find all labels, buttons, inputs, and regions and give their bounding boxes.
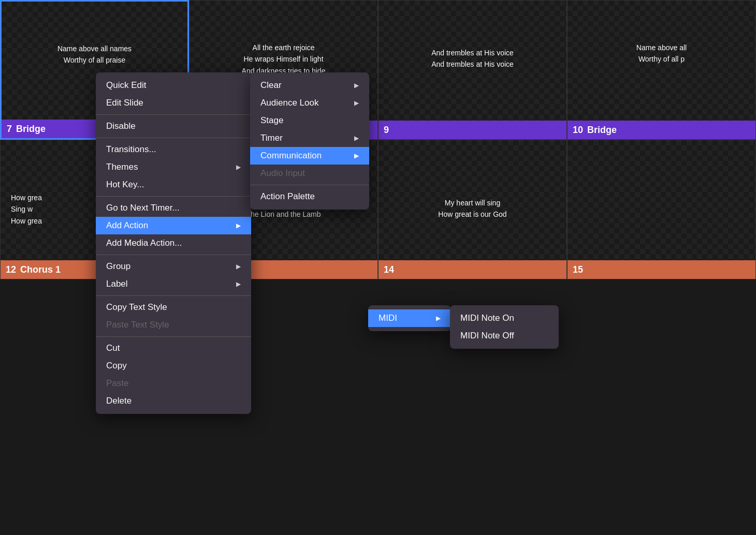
submenu-midi-note-off[interactable]: MIDI Note Off	[450, 327, 559, 345]
separator-1	[96, 114, 251, 115]
separator-3	[96, 196, 251, 197]
menu-copy[interactable]: Copy	[96, 357, 251, 375]
menu-delete[interactable]: Delete	[96, 392, 251, 410]
communication-arrow: ▶	[354, 152, 359, 159]
menu-quick-edit[interactable]: Quick Edit	[96, 77, 251, 94]
slide-14[interactable]: My heart will sing How great is our God …	[378, 140, 567, 279]
slide-10[interactable]: Name above all Worthy of all p 10 Bridge	[567, 0, 756, 140]
slide-9[interactable]: And trembles at His voice And trembles a…	[378, 0, 567, 140]
separator-4	[96, 255, 251, 255]
separator-5	[96, 295, 251, 296]
clear-arrow: ▶	[354, 82, 359, 89]
menu-group[interactable]: Group ▶	[96, 258, 251, 275]
submenu-timer[interactable]: Timer ▶	[250, 129, 369, 147]
menu-go-to-next-timer[interactable]: Go to Next Timer...	[96, 199, 251, 217]
submenu-midi: MIDI ▶	[368, 305, 451, 331]
menu-copy-text-style[interactable]: Copy Text Style	[96, 299, 251, 316]
context-menu: Quick Edit Edit Slide Disable Transition…	[96, 72, 251, 414]
menu-label[interactable]: Label ▶	[96, 275, 251, 293]
menu-add-media-action[interactable]: Add Media Action...	[96, 234, 251, 252]
menu-themes[interactable]: Themes ▶	[96, 158, 251, 176]
menu-paste-text-style[interactable]: Paste Text Style	[96, 316, 251, 334]
submenu-midi-item[interactable]: MIDI ▶	[368, 309, 451, 327]
submenu-communication[interactable]: Communication ▶	[250, 147, 369, 165]
menu-add-action[interactable]: Add Action ▶	[96, 217, 251, 234]
menu-paste[interactable]: Paste	[96, 375, 251, 392]
submenu-clear[interactable]: Clear ▶	[250, 77, 369, 94]
timer-arrow: ▶	[354, 135, 359, 142]
submenu-audio-input[interactable]: Audio Input	[250, 165, 369, 182]
slide-14-label: 14	[379, 260, 566, 279]
submenu-audience-look[interactable]: Audience Look ▶	[250, 94, 369, 112]
audience-look-arrow: ▶	[354, 99, 359, 107]
submenu-midi-notes: MIDI Note On MIDI Note Off	[450, 305, 559, 349]
menu-hot-key[interactable]: Hot Key...	[96, 176, 251, 194]
menu-cut[interactable]: Cut	[96, 339, 251, 357]
themes-arrow: ▶	[236, 164, 241, 171]
separator-2	[96, 138, 251, 138]
midi-arrow: ▶	[436, 315, 441, 322]
submenu-midi-note-on[interactable]: MIDI Note On	[450, 309, 559, 327]
add-action-arrow: ▶	[236, 222, 241, 229]
separator-6	[96, 336, 251, 337]
slide-10-label: 10 Bridge	[568, 121, 755, 139]
slide-15-label: 15	[568, 260, 755, 279]
slide-15[interactable]: 15	[567, 140, 756, 279]
menu-transitions[interactable]: Transitions...	[96, 141, 251, 158]
submenu-separator-1	[250, 185, 369, 185]
slide-9-label: 9	[379, 121, 566, 139]
submenu-action-palette[interactable]: Action Palette	[250, 188, 369, 205]
submenu-stage[interactable]: Stage	[250, 112, 369, 129]
menu-disable[interactable]: Disable	[96, 117, 251, 135]
submenu-add-action: Clear ▶ Audience Look ▶ Stage Timer ▶ Co…	[250, 72, 369, 210]
label-arrow: ▶	[236, 280, 241, 288]
menu-edit-slide[interactable]: Edit Slide	[96, 94, 251, 112]
group-arrow: ▶	[236, 263, 241, 270]
